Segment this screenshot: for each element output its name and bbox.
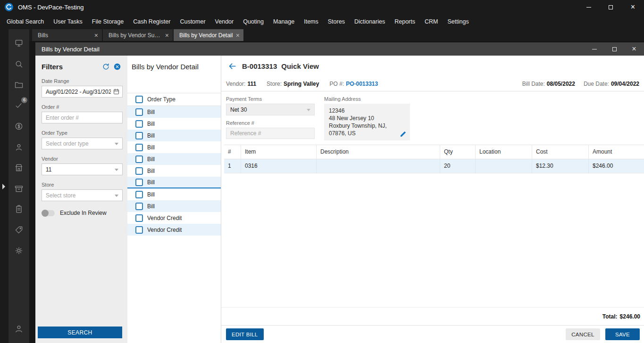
bill-row[interactable]: Bill (: [127, 177, 221, 188]
bill-row[interactable]: Vendor Credit (: [127, 212, 221, 224]
inner-restore-icon[interactable]: [604, 42, 624, 56]
tab-close-icon[interactable]: [236, 32, 240, 39]
order-type-select[interactable]: Select order type: [42, 138, 123, 149]
bill-row[interactable]: Bill (: [127, 141, 221, 153]
row-checkbox[interactable]: [135, 203, 143, 210]
orders-icon[interactable]: [8, 199, 29, 220]
contacts-icon[interactable]: [8, 137, 29, 157]
stores-icon[interactable]: [8, 157, 29, 178]
quick-view-footer: EDIT BILL CANCEL SAVE: [221, 325, 644, 343]
line-items-table: # Item Description Qty Location: [224, 145, 644, 173]
reference-input[interactable]: [226, 128, 315, 139]
store-select[interactable]: Select store: [42, 189, 123, 201]
menu-item[interactable]: Manage: [268, 14, 299, 29]
menu-item[interactable]: Stores: [323, 14, 350, 29]
row-checkbox[interactable]: [135, 132, 143, 139]
row-checkbox[interactable]: [135, 191, 143, 198]
menu-item[interactable]: Quoting: [238, 14, 268, 29]
meta-po: PO #:PO-0013313: [329, 81, 378, 87]
tab[interactable]: Bills: [32, 29, 102, 41]
menu-item[interactable]: Settings: [443, 14, 473, 29]
inventory-icon[interactable]: [8, 178, 29, 199]
row-checkbox[interactable]: [135, 108, 143, 116]
total-bar: Total: $246.00: [221, 307, 644, 325]
row-checkbox[interactable]: [135, 155, 143, 163]
bills-by-vendor-detail-window: Bills by Vendor Detail × Filters: [35, 42, 644, 343]
address-line: Roxbury Township, NJ,: [329, 122, 405, 130]
settings-icon[interactable]: [8, 240, 29, 261]
line-item-cell: 20: [440, 159, 476, 173]
vendor-select-value: 11: [46, 166, 51, 173]
exclude-in-review-toggle[interactable]: [42, 210, 55, 216]
bill-row[interactable]: Bill (: [127, 153, 221, 165]
register-icon[interactable]: [8, 33, 29, 54]
row-checkbox[interactable]: [135, 214, 143, 222]
po-link[interactable]: PO-0013313: [346, 81, 378, 87]
row-checkbox[interactable]: [135, 226, 143, 234]
tab-label: Bills by Vendor Sum...: [109, 32, 162, 39]
line-item-cell: [476, 159, 532, 173]
refresh-icon[interactable]: [100, 61, 111, 72]
order-number-label: Order #: [42, 104, 123, 110]
menu-item[interactable]: Reports: [390, 14, 420, 29]
bill-row[interactable]: Bill (: [127, 106, 221, 118]
inner-minimize-icon[interactable]: [585, 42, 604, 56]
row-checkbox[interactable]: [135, 179, 143, 186]
quick-view-title: B-0013313 Quick View: [242, 62, 319, 70]
inner-close-icon[interactable]: ×: [624, 42, 644, 56]
date-range-input[interactable]: [42, 86, 123, 98]
bill-row[interactable]: Bill (: [127, 200, 221, 212]
search-icon[interactable]: [8, 54, 29, 74]
folders-icon[interactable]: [8, 74, 29, 95]
menu-item[interactable]: User Tasks: [49, 14, 87, 29]
clear-filters-icon[interactable]: [111, 61, 123, 72]
address-line: 48 New Jersey 10: [329, 114, 405, 122]
line-item-row[interactable]: 1 0316 20 $12.30: [224, 159, 644, 173]
payment-terms-value: Net 30: [230, 106, 247, 113]
calendar-icon[interactable]: [113, 88, 120, 95]
bill-row[interactable]: Bill (: [127, 165, 221, 177]
payment-terms-select[interactable]: Net 30: [226, 104, 315, 115]
vendor-select[interactable]: 11: [42, 163, 123, 175]
row-checkbox[interactable]: [135, 120, 143, 128]
order-number-input[interactable]: [42, 112, 123, 123]
menu-item[interactable]: Dictionaries: [350, 14, 390, 29]
select-all-checkbox[interactable]: [135, 96, 143, 103]
bill-row[interactable]: Bill (: [127, 188, 221, 200]
tab-close-icon[interactable]: [94, 32, 98, 39]
tasks-icon[interactable]: 6: [8, 95, 29, 116]
window-title: OMS - DevPace-Testing: [18, 4, 84, 11]
edit-bill-button[interactable]: EDIT BILL: [226, 328, 264, 340]
tab-close-icon[interactable]: [165, 32, 169, 39]
payments-icon[interactable]: [8, 116, 29, 137]
menu-item[interactable]: File Storage: [87, 14, 128, 29]
bill-row[interactable]: Vendor Credit (: [127, 224, 221, 236]
line-items-column-header: Cost: [532, 145, 589, 159]
user-icon[interactable]: [8, 318, 29, 339]
menu-item[interactable]: CRM: [420, 14, 443, 29]
row-checkbox[interactable]: [135, 167, 143, 175]
save-button[interactable]: SAVE: [605, 328, 640, 340]
menu-item[interactable]: Items: [299, 14, 323, 29]
edit-address-pencil-icon[interactable]: [399, 130, 408, 138]
close-icon[interactable]: ×: [622, 0, 644, 14]
search-button[interactable]: SEARCH: [38, 327, 122, 338]
bill-row[interactable]: Bill (: [127, 130, 221, 141]
sidebar-expand-chevron-icon[interactable]: [2, 184, 5, 189]
restore-icon[interactable]: [600, 0, 622, 14]
tab[interactable]: Bills by Vendor Detail: [174, 29, 243, 41]
row-checkbox[interactable]: [135, 144, 143, 151]
back-arrow-icon[interactable]: [226, 60, 238, 72]
menu-item[interactable]: Cash Register: [128, 14, 175, 29]
menu-item[interactable]: Vendor: [210, 14, 239, 29]
minimize-icon[interactable]: [577, 0, 600, 14]
menu-item[interactable]: Customer: [175, 14, 210, 29]
menu-item[interactable]: Global Search: [2, 14, 49, 29]
app-window: OMS - DevPace-Testing × Global Search Us…: [0, 0, 644, 343]
tags-icon[interactable]: [8, 220, 29, 240]
bill-id: B-0013313: [242, 62, 277, 70]
tab[interactable]: Bills by Vendor Sum...: [103, 29, 173, 41]
cancel-button[interactable]: CANCEL: [566, 328, 600, 340]
total-label: Total:: [602, 313, 618, 320]
bill-row[interactable]: Bill (: [127, 118, 221, 130]
